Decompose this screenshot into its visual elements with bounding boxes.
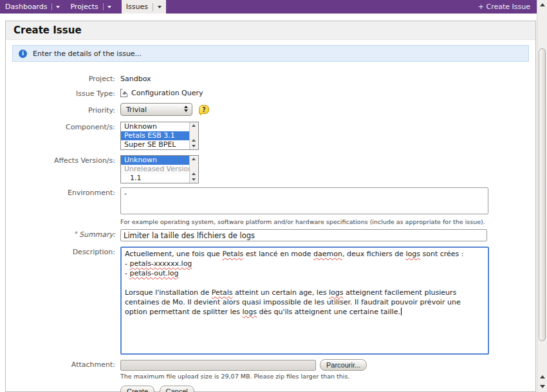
description-text: atteint un certain age, les — [233, 288, 329, 297]
list-option[interactable]: Unknown — [121, 156, 189, 165]
misspelled-word: Petals — [222, 250, 243, 258]
components-listbox[interactable]: UnknownPetals ESB 3.1Super SE BPEL — [120, 122, 199, 150]
issue-type-value: Configuration Query — [131, 89, 203, 97]
attachment-file-input[interactable] — [120, 360, 316, 371]
affects-versions-listbox[interactable]: UnknownUnreleased Versions1.1 — [120, 155, 199, 183]
priority-selected-value: Trivial — [126, 106, 147, 114]
select-spinner-icon — [184, 106, 188, 112]
arrow-up-icon[interactable] — [192, 139, 196, 142]
misspelled-word: daemon — [313, 250, 342, 258]
list-option[interactable]: 1.1 — [121, 174, 189, 183]
scroll-up-button[interactable] — [537, 0, 547, 9]
environment-helper-text: For example operating system, software p… — [120, 218, 535, 225]
description-textarea[interactable]: Actuellement, une fois que Petals est la… — [120, 247, 489, 355]
arrow-up-icon — [540, 3, 545, 6]
misspelled-word: petals-xxxxxx.log — [129, 259, 192, 268]
chevron-down-icon[interactable] — [158, 6, 162, 8]
create-issue-link-label: + Create Issue — [478, 3, 530, 11]
panel-header: Create Issue — [6, 21, 535, 40]
info-icon: i — [19, 50, 27, 58]
issue-type-label: Issue Type: — [6, 88, 120, 98]
divider — [51, 3, 52, 10]
misspelled-word: logs — [329, 288, 344, 297]
list-option[interactable]: Petals ESB 3.1 — [121, 131, 189, 140]
listbox-scrollbar[interactable] — [189, 122, 198, 149]
text-caret — [401, 308, 402, 315]
project-value: Sandbox — [120, 73, 535, 83]
arrow-up-icon — [184, 106, 188, 108]
info-message-box: i Enter the details of the issue... — [12, 45, 529, 62]
arrow-down-icon — [184, 109, 188, 112]
arrow-up-icon[interactable] — [192, 158, 196, 160]
project-label: Project: — [6, 73, 120, 83]
arrow-down-icon[interactable] — [192, 145, 196, 147]
list-option[interactable]: Unknown — [121, 122, 189, 131]
misspelled-word: Petals — [212, 288, 233, 297]
issue-type-document-icon: i — [120, 89, 127, 97]
arrow-up-icon — [540, 375, 545, 378]
description-text: est lancé en mode — [243, 250, 313, 258]
create-issue-panel: Create Issue i Enter the details of the … — [5, 21, 536, 392]
required-indicator: * — [74, 230, 77, 237]
scroll-up-button-secondary[interactable] — [537, 372, 547, 381]
affects-versions-label: Affects Version/s: — [6, 155, 120, 183]
scrollbar-thumb[interactable] — [539, 48, 546, 341]
description-text: Lorsque l'installation de — [125, 288, 212, 297]
nav-projects-label: Projects — [70, 3, 98, 11]
nav-issues-label: Issues — [126, 3, 148, 11]
nav-dashboards[interactable]: Dashboards — [0, 0, 65, 14]
description-text: Actuellement, une fois que — [125, 250, 222, 258]
divider — [153, 3, 153, 11]
arrow-down-icon[interactable] — [192, 178, 196, 181]
chevron-down-icon[interactable] — [107, 6, 111, 8]
nav-projects[interactable]: Projects — [65, 0, 116, 14]
list-option[interactable]: Unreleased Versions — [121, 165, 189, 174]
environment-label: Environment: — [6, 187, 120, 225]
description-label: Description: — [6, 247, 120, 355]
cancel-button[interactable]: Cancel — [160, 386, 194, 392]
environment-textarea[interactable]: - — [120, 187, 488, 214]
arrow-up-icon[interactable] — [192, 124, 196, 127]
priority-label: Priority: — [6, 103, 120, 116]
misspelled-word: logs — [406, 250, 421, 258]
create-issue-form: Project: Sandbox Issue Type: i Configura… — [6, 73, 535, 392]
create-issue-link[interactable]: + Create Issue — [478, 0, 537, 14]
vertical-scrollbar[interactable] — [537, 0, 547, 392]
priority-select[interactable]: Trivial — [120, 103, 192, 116]
arrow-up-icon[interactable] — [192, 173, 196, 175]
create-button[interactable]: Create — [120, 386, 154, 392]
page-title: Create Issue — [14, 24, 82, 36]
summary-input[interactable] — [120, 229, 487, 241]
listbox-scrollbar[interactable] — [189, 156, 198, 183]
misspelled-word: petals-out.log — [129, 269, 178, 277]
nav-tab-issues[interactable]: Issues — [122, 0, 166, 14]
help-icon[interactable]: ? — [199, 105, 209, 114]
description-text: , deux fichiers de — [342, 250, 406, 258]
summary-label: * Summary: — [6, 229, 120, 241]
components-label: Component/s: — [6, 122, 120, 150]
info-message-text: Enter the details of the issue... — [33, 50, 142, 58]
misspelled-word: logs — [243, 308, 257, 316]
description-text: dès qu'ils atteignent une certaine taill… — [257, 308, 400, 316]
chevron-down-icon[interactable] — [56, 6, 60, 8]
list-option[interactable]: Super SE BPEL — [121, 140, 189, 149]
scroll-down-button[interactable] — [537, 382, 547, 391]
top-nav: Dashboards Projects Issues + Create Issu… — [0, 0, 537, 14]
spacer — [6, 386, 120, 392]
arrow-down-icon — [540, 385, 545, 388]
attachment-helper-text: The maximum file upload size is 29,07 MB… — [120, 373, 535, 380]
browse-button[interactable]: Parcourir... — [320, 359, 367, 371]
attachment-label: Attachment: — [6, 359, 120, 380]
nav-dashboards-label: Dashboards — [5, 3, 47, 11]
divider — [103, 3, 104, 10]
